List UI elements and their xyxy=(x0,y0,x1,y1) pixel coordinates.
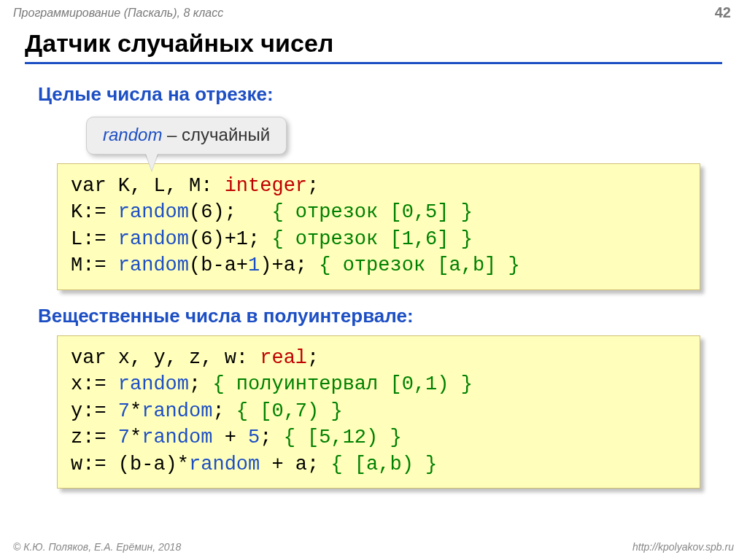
copyright: © К.Ю. Поляков, Е.А. Ерёмин, 2018 xyxy=(13,541,181,553)
callout-tail xyxy=(144,150,159,171)
code-token: ; xyxy=(307,347,319,369)
code-token: random xyxy=(118,254,189,276)
code-comment: { отрезок [0,5] } xyxy=(271,201,472,223)
code-token: ; xyxy=(189,373,212,395)
code-token: var xyxy=(71,347,107,369)
code-token: )+a; xyxy=(260,254,319,276)
footer-url: http://kpolyakov.spb.ru xyxy=(632,541,734,553)
code-comment: { [0,7) } xyxy=(236,400,343,422)
code-token: 1 xyxy=(248,254,260,276)
footer: © К.Ю. Поляков, Е.А. Ерёмин, 2018 http:/… xyxy=(13,541,734,553)
callout-keyword: random xyxy=(103,125,162,144)
subtitle-integers: Целые числа на отрезке: xyxy=(38,83,274,106)
code-token: random xyxy=(118,201,189,223)
code-token: y:= xyxy=(71,400,118,422)
code-token: real xyxy=(260,347,307,369)
code-token: random xyxy=(189,454,260,475)
code-token: (6); xyxy=(189,201,271,223)
code-token: * xyxy=(130,427,142,448)
code-token: z:= xyxy=(71,427,118,448)
code-token: x, y, z, w: xyxy=(107,347,260,369)
top-bar: Программирование (Паскаль), 8 класс 42 xyxy=(0,0,747,24)
code-token: + a; xyxy=(260,454,330,475)
code-token: var xyxy=(71,175,107,197)
code-comment: { отрезок [a,b] } xyxy=(319,254,519,276)
code-comment: { [a,b) } xyxy=(330,454,437,475)
code-token: x:= xyxy=(71,373,118,395)
code-token: random xyxy=(118,373,189,395)
code-token: 5 xyxy=(248,427,260,448)
code-token: M:= xyxy=(71,254,118,276)
code-token: K:= xyxy=(71,201,118,223)
callout-dash: – xyxy=(162,125,182,144)
code-token: L:= xyxy=(71,228,118,250)
callout-random: random – случайный xyxy=(86,117,287,155)
callout-meaning: случайный xyxy=(182,125,270,144)
code-block-integers: var K, L, M: integer; K:= random(6); { о… xyxy=(57,163,700,290)
code-block-reals: var x, y, z, w: real; x:= random; { полу… xyxy=(57,335,700,489)
code-token: random xyxy=(142,427,212,448)
code-token: K, L, M: xyxy=(107,175,225,197)
code-token: 7 xyxy=(118,400,130,422)
code-token: ; xyxy=(212,400,236,422)
code-comment: { полуинтервал [0,1) } xyxy=(212,373,472,395)
subtitle-reals: Вещественные числа в полуинтервале: xyxy=(38,305,414,327)
code-token: random xyxy=(118,228,189,250)
code-token: * xyxy=(130,400,142,422)
code-comment: { отрезок [1,6] } xyxy=(271,228,472,250)
code-token: (b-a+ xyxy=(189,254,248,276)
slide-title: Датчик случайных чисел xyxy=(25,29,722,64)
course-label: Программирование (Паскаль), 8 класс xyxy=(13,7,223,20)
code-comment: { [5,12) } xyxy=(284,427,402,448)
code-token: + xyxy=(212,427,248,448)
slide: Программирование (Паскаль), 8 класс 42 Д… xyxy=(0,0,747,560)
code-token: (6)+1; xyxy=(189,228,271,250)
code-token: ; xyxy=(307,175,319,197)
code-token: (b-a)* xyxy=(118,454,189,475)
code-token: integer xyxy=(225,175,307,197)
code-token: 7 xyxy=(118,427,130,448)
code-token: random xyxy=(142,400,212,422)
code-token: w:= xyxy=(71,454,118,475)
code-token: ; xyxy=(260,427,283,448)
page-number: 42 xyxy=(715,4,731,21)
